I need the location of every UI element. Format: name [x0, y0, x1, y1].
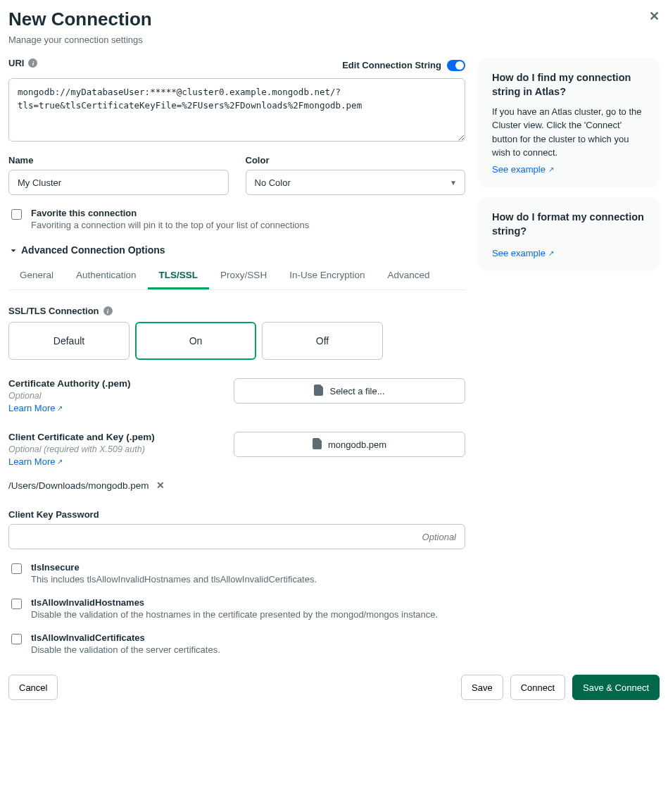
tab-in-use-encryption[interactable]: In-Use Encryption [278, 263, 376, 289]
color-label: Color [246, 155, 466, 165]
tab-authentication[interactable]: Authentication [65, 263, 148, 289]
ca-optional: Optional [8, 391, 220, 401]
external-link-icon: ↗ [57, 404, 63, 412]
tls-insecure-title: tlsInsecure [31, 562, 317, 573]
edit-connection-string-toggle[interactable] [447, 60, 465, 71]
tab-tls-ssl[interactable]: TLS/SSL [148, 263, 210, 289]
tls-insecure-desc: This includes tlsAllowInvalidHostnames a… [31, 574, 317, 585]
help-format-see-example-link[interactable]: See example↗ [492, 248, 554, 258]
tab-general[interactable]: General [8, 263, 65, 289]
connect-button[interactable]: Connect [510, 675, 565, 700]
favorite-desc: Favoriting a connection will pin it to t… [31, 220, 309, 230]
help-atlas-title: How do I find my connection string in At… [492, 70, 645, 99]
external-link-icon: ↗ [548, 165, 554, 173]
file-add-icon [314, 385, 324, 398]
tls-on-button[interactable]: On [135, 322, 256, 360]
help-atlas-see-example-link[interactable]: See example↗ [492, 164, 554, 175]
ca-learn-more-link[interactable]: Learn More↗ [8, 403, 63, 413]
client-key-password-label: Client Key Password [8, 509, 465, 520]
external-link-icon: ↗ [548, 249, 554, 257]
chevron-down-icon [8, 246, 18, 256]
name-input[interactable] [8, 170, 229, 195]
tab-proxy-ssh[interactable]: Proxy/SSH [209, 263, 278, 289]
ssl-tls-connection-label: SSL/TLS Connection [8, 306, 99, 316]
tls-hostnames-title: tlsAllowInvalidHostnames [31, 597, 438, 608]
tls-certs-desc: Disable the validation of the server cer… [31, 644, 220, 655]
file-icon [313, 438, 322, 451]
tls-off-button[interactable]: Off [262, 322, 383, 360]
color-select[interactable]: No Color [246, 170, 466, 195]
ca-label: Certificate Authority (.pem) [8, 378, 220, 389]
tls-hostnames-desc: Disable the validation of the hostnames … [31, 609, 438, 620]
help-format-title: How do I format my connection string? [492, 210, 645, 239]
uri-label: URI [8, 58, 24, 68]
favorite-checkbox[interactable] [11, 209, 22, 220]
tls-allow-invalid-certificates-checkbox[interactable] [11, 634, 22, 644]
save-and-connect-button[interactable]: Save & Connect [572, 675, 660, 700]
client-cert-file-button[interactable]: mongodb.pem [234, 432, 465, 457]
advanced-options-toggle[interactable]: Advanced Connection Options [8, 244, 465, 256]
name-label: Name [8, 155, 229, 165]
close-icon[interactable]: ✕ [649, 8, 660, 24]
client-cert-path: /Users/Downloads/mongodb.pem [8, 480, 149, 491]
tls-certs-title: tlsAllowInvalidCertificates [31, 632, 220, 643]
favorite-title: Favorite this connection [31, 208, 309, 218]
page-subtitle: Manage your connection settings [8, 35, 660, 45]
page-title: New Connection [8, 8, 660, 30]
tls-allow-invalid-hostnames-checkbox[interactable] [11, 599, 22, 609]
client-key-password-input[interactable] [8, 524, 465, 549]
external-link-icon: ↗ [57, 458, 63, 466]
tab-advanced[interactable]: Advanced [376, 263, 441, 289]
ca-select-file-button[interactable]: Select a file... [234, 378, 465, 404]
uri-input[interactable]: mongodb://myDatabaseUser:*****@cluster0.… [8, 78, 465, 142]
info-icon[interactable]: i [103, 306, 113, 316]
tls-default-button[interactable]: Default [8, 322, 130, 360]
cancel-button[interactable]: Cancel [8, 675, 58, 700]
help-atlas-body: If you have an Atlas cluster, go to the … [492, 105, 645, 160]
remove-file-icon[interactable]: ✕ [156, 480, 165, 491]
client-cert-learn-more-link[interactable]: Learn More↗ [8, 456, 63, 467]
client-cert-label: Client Certificate and Key (.pem) [8, 432, 220, 442]
tls-insecure-checkbox[interactable] [11, 563, 22, 574]
save-button[interactable]: Save [461, 675, 503, 700]
client-cert-optional: Optional (required with X.509 auth) [8, 444, 220, 454]
edit-connection-string-label: Edit Connection String [342, 60, 441, 70]
info-icon[interactable]: i [28, 58, 37, 68]
